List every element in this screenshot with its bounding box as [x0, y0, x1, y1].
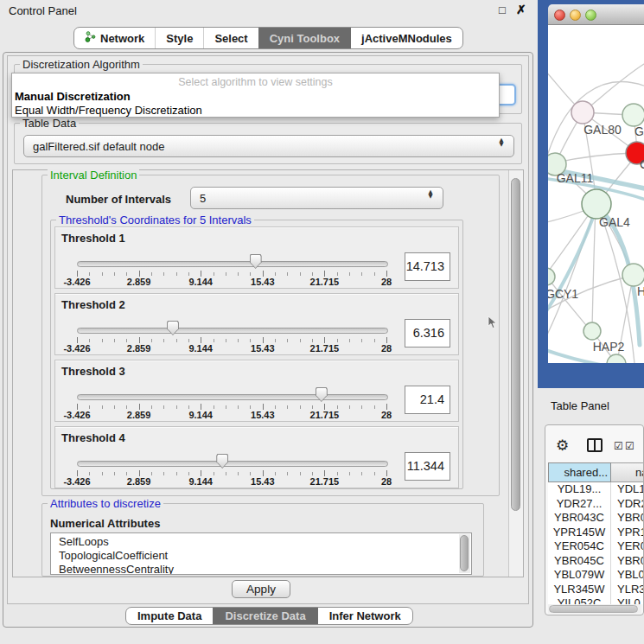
table-row[interactable]: YLR345WYLR3 [548, 583, 644, 597]
tab-network[interactable]: Network [74, 28, 155, 48]
shared-name-cell[interactable]: YIL052C [548, 596, 611, 604]
name-cell[interactable]: YPR1 [611, 526, 644, 540]
slider-track[interactable] [77, 461, 388, 467]
horizontal-scrollbar-thumb[interactable] [549, 605, 638, 613]
name-cell[interactable]: YIL0 [611, 596, 644, 604]
table-row[interactable]: YIL052CYIL0 [548, 596, 644, 604]
checkbox-icon[interactable]: ☑ [614, 440, 623, 452]
algorithm-dropdown-popup: Select algorithm to view settings Manual… [11, 73, 500, 118]
name-cell[interactable]: YDL1 [611, 482, 644, 497]
network-node[interactable] [582, 189, 611, 219]
table-row[interactable]: YDR27...YDR2 [548, 497, 644, 512]
network-node[interactable] [622, 104, 644, 126]
network-node[interactable] [583, 322, 601, 340]
name-cell[interactable]: YBL0 [611, 568, 644, 583]
spinner-value: 5 [200, 192, 206, 205]
close-traffic-light[interactable] [554, 10, 565, 21]
table-body: YDL19...YDL1YDR27...YDR2YBR043CYBR0YPR14… [548, 482, 644, 604]
vertical-scrollbar-thumb[interactable] [511, 178, 520, 511]
network-node[interactable] [622, 264, 644, 286]
combobox-value: galFiltered.sif default node [33, 140, 164, 153]
network-edge[interactable] [548, 278, 590, 329]
tab-select[interactable]: Select [203, 28, 258, 48]
threshold-row: Threshold 4 -3.4262.8599.14415.4321.7152… [54, 426, 459, 488]
checkbox-icon[interactable]: ☑ [625, 440, 634, 452]
tab-label: Select [214, 32, 247, 45]
number-of-intervals-spinner[interactable]: 5 ▲▼ [190, 187, 443, 209]
tab-infer-network[interactable]: Infer Network [317, 608, 412, 624]
table-row[interactable]: YDL19...YDL1 [548, 482, 644, 497]
shared-name-cell[interactable]: YLR345W [548, 583, 611, 597]
tab-discretize-data[interactable]: Discretize Data [213, 608, 316, 624]
list-item[interactable]: TopologicalCoefficient [51, 549, 471, 563]
close-icon[interactable]: ✗ [516, 3, 526, 16]
shared-name-cell[interactable]: YBR045C [548, 554, 611, 569]
node-label: GAL4 [599, 215, 630, 229]
tab-impute-data[interactable]: Impute Data [126, 608, 213, 624]
tab-label: Impute Data [137, 609, 201, 622]
list-scrollbar[interactable] [459, 534, 470, 573]
name-cell[interactable]: YDR2 [611, 497, 644, 512]
network-edge-thick[interactable] [548, 210, 596, 319]
shared-name-cell[interactable]: YDR27... [548, 497, 611, 512]
network-node[interactable] [548, 268, 555, 285]
table-row[interactable]: YBR045CYBR0 [548, 554, 644, 569]
table-row[interactable]: YER054CYER0 [548, 539, 644, 554]
network-edge[interactable] [592, 207, 596, 328]
numerical-attributes-label: Numerical Attributes [50, 517, 160, 530]
name-cell[interactable]: YLR3 [611, 583, 644, 597]
apply-button[interactable]: Apply [232, 580, 290, 598]
dropdown-placeholder: Select algorithm to view settings [12, 76, 499, 88]
threshold-value-field[interactable]: 11.344 [405, 452, 450, 481]
shared-name-cell[interactable]: YPR145W [548, 526, 611, 540]
name-cell[interactable]: YBR0 [611, 554, 644, 569]
shared-name-cell[interactable]: YBL079W [548, 568, 611, 583]
minimize-traffic-light[interactable] [570, 10, 581, 21]
table-data-combobox[interactable]: galFiltered.sif default node ▲▼ [23, 135, 514, 157]
slider-track[interactable] [77, 394, 388, 400]
panel-title: Control Panel [9, 4, 77, 17]
tab-cyni-toolbox[interactable]: Cyni Toolbox [258, 28, 350, 48]
shared-name-cell[interactable]: YER054C [548, 539, 611, 554]
shared-name-cell[interactable]: YDL19... [548, 482, 611, 497]
threshold-label: Threshold 4 [61, 431, 125, 444]
table-row[interactable]: YPR145WYPR1 [548, 526, 644, 540]
network-node[interactable] [607, 354, 626, 363]
tab-label: Network [100, 32, 144, 45]
network-edge[interactable] [557, 153, 634, 163]
zoom-traffic-light[interactable] [585, 10, 596, 21]
list-item[interactable]: BetweennessCentrality [51, 563, 471, 575]
dropdown-option-manual-discretization[interactable]: Manual Discretization [15, 90, 131, 103]
tab-label: jActiveMNodules [361, 32, 452, 45]
list-scrollbar-thumb[interactable] [460, 535, 469, 571]
slider-track[interactable] [77, 328, 388, 334]
name-cell[interactable]: YER0 [611, 539, 644, 554]
shared-name-cell[interactable]: YBR043C [548, 511, 611, 526]
threshold-value-field[interactable]: 21.4 [405, 386, 450, 414]
numerical-attributes-list[interactable]: SelfLoops TopologicalCoefficient Between… [50, 532, 472, 575]
list-item[interactable]: SelfLoops [51, 535, 471, 549]
control-panel-tabbar: Network Style Select Cyni Toolbox jActiv… [73, 27, 463, 49]
horizontal-scrollbar[interactable] [548, 604, 641, 614]
name-cell[interactable]: YBR0 [611, 511, 644, 526]
tab-jactivemnodules[interactable]: jActiveMNodules [350, 28, 462, 48]
dropdown-option-equal-width-frequency[interactable]: Equal Width/Frequency Discretization [15, 104, 202, 117]
threshold-value-field[interactable]: 6.316 [405, 319, 450, 348]
network-window-titlebar[interactable] [548, 4, 644, 25]
table-panel-title: Table Panel [551, 399, 609, 412]
float-icon[interactable]: □ [499, 3, 506, 16]
slider-track[interactable] [77, 261, 388, 267]
tab-style[interactable]: Style [155, 28, 203, 48]
gear-icon[interactable]: ⚙ [556, 437, 569, 454]
threshold-row: Threshold 2 -3.4262.8599.14415.4321.7152… [54, 293, 459, 355]
network-canvas[interactable]: GAL80GACGAL11GAL4GCY1HHAP2 [548, 25, 644, 363]
spinner-arrows-icon[interactable]: ▲▼ [426, 190, 435, 198]
network-node[interactable] [571, 101, 594, 124]
table-row[interactable]: YBR043CYBR0 [548, 511, 644, 526]
threshold-value-field[interactable]: 14.713 [405, 252, 450, 281]
column-header-shared-name[interactable]: shared... [548, 462, 611, 482]
column-header-name[interactable]: na [611, 462, 644, 482]
table-row[interactable]: YBL079WYBL0 [548, 568, 644, 583]
threshold-label: Threshold 3 [61, 365, 125, 378]
columns-icon[interactable] [587, 438, 603, 452]
